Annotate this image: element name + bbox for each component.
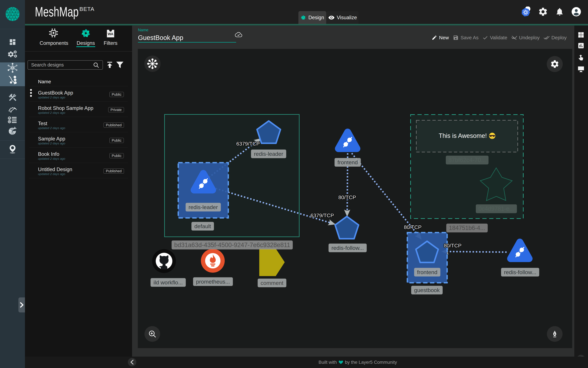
svg-text:WA: WA [108,32,113,36]
svg-text:6379/TCP: 6379/TCP [310,212,334,218]
svg-text:6379/TCP: 6379/TCP [236,141,260,147]
svg-text:80/TCP: 80/TCP [404,224,421,230]
svg-text:80/TCP: 80/TCP [444,243,461,248]
svg-text:80/TCP: 80/TCP [338,194,356,200]
